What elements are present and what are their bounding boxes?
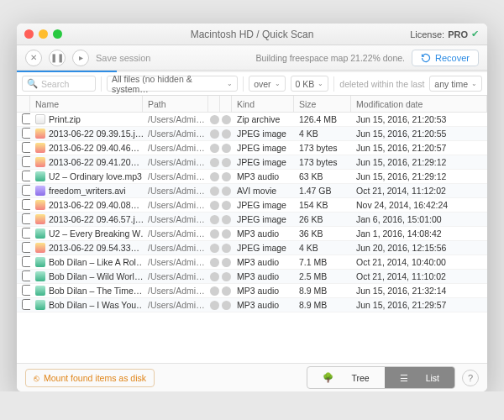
file-path: /Users/Admin/P…: [143, 214, 208, 224]
titlebar: Macintosh HD / Quick Scan License: PRO ✔: [17, 24, 487, 45]
check-icon: ✔: [471, 29, 479, 39]
col-path[interactable]: Path: [143, 96, 208, 112]
footer: ⎋ Mount found items as disk 🌳 Tree ☰ Lis…: [17, 363, 487, 391]
row-checkbox[interactable]: [22, 113, 30, 124]
status-badge-icon: [222, 215, 231, 224]
file-path: /Users/Admin/M…: [143, 300, 208, 310]
row-checkbox[interactable]: [22, 156, 30, 167]
file-icon: [35, 200, 45, 210]
table-body[interactable]: Print.zip/Users/Admin/D…Zip archive126.4…: [17, 113, 487, 312]
status-badge-icon: [222, 229, 231, 239]
file-path: /Users/Admin/M…: [143, 257, 208, 267]
over-select[interactable]: over⌄: [249, 76, 285, 92]
table-row[interactable]: freedom_writers.avi/Users/Admin/…AVI mov…: [17, 184, 487, 198]
maximize-icon[interactable]: [53, 29, 62, 39]
chevron-down-icon: ⌄: [318, 80, 323, 87]
status-badge-icon: [210, 144, 219, 153]
status-badge-icon: [210, 172, 219, 181]
file-size: 1.47 GB: [294, 186, 351, 196]
file-path: /Users/Admin/D…: [143, 114, 208, 124]
file-name: Print.zip: [49, 114, 81, 124]
file-mod-date: Jun 15, 2016, 21:29:57: [351, 300, 487, 310]
row-checkbox[interactable]: [22, 199, 30, 210]
col-badge2[interactable]: [220, 96, 232, 112]
col-name[interactable]: Name: [30, 96, 143, 112]
license-badge[interactable]: License: PRO ✔: [410, 29, 479, 39]
row-checkbox[interactable]: [22, 299, 30, 310]
col-mod[interactable]: Modification date: [351, 96, 487, 112]
save-session-button[interactable]: ▸: [72, 50, 89, 66]
table-row[interactable]: 2013-06-22 09.39.15.j…/Users/Admin/P…JPE…: [17, 127, 487, 141]
row-checkbox[interactable]: [22, 285, 30, 296]
close-icon[interactable]: [24, 29, 34, 39]
file-mod-date: Oct 21, 2014, 10:40:00: [351, 257, 487, 267]
table-row[interactable]: 2013-06-22 09.46.57.j…/Users/Admin/P…JPE…: [17, 213, 487, 227]
time-range-select[interactable]: any time⌄: [429, 76, 482, 92]
row-checkbox[interactable]: [22, 242, 30, 253]
search-input[interactable]: 🔍 Search: [22, 76, 96, 92]
table-row[interactable]: Bob Dilan – Wild Worl…/Users/Admin/M…MP3…: [17, 270, 487, 284]
recover-button[interactable]: Recover: [412, 50, 479, 66]
list-view-button[interactable]: ☰ List: [385, 367, 454, 388]
file-name: freedom_writers.avi: [49, 186, 126, 196]
file-size: 173 bytes: [294, 143, 351, 153]
file-kind: MP3 audio: [232, 271, 294, 281]
help-button[interactable]: ?: [462, 370, 479, 386]
recover-icon: [421, 53, 431, 63]
scan-status: Building freespace map 21.22% done.: [256, 53, 405, 63]
table-row[interactable]: 2013-06-22 09.40.08…/Users/Admin/P…JPEG …: [17, 198, 487, 213]
file-path: /Users/Admin/P…: [143, 243, 208, 253]
col-kind[interactable]: Kind: [232, 96, 294, 112]
row-checkbox[interactable]: [22, 213, 30, 224]
file-size: 154 KB: [294, 200, 351, 210]
file-icon: [35, 143, 45, 153]
file-path: /Users/Admin/P…: [143, 143, 208, 153]
table-row[interactable]: 2013-06-22 09.41.20…/Users/Admin/P…JPEG …: [17, 155, 487, 170]
col-size[interactable]: Size: [294, 96, 351, 112]
file-size: 36 KB: [294, 228, 351, 239]
list-icon: ☰: [392, 370, 416, 386]
file-icon: [35, 171, 45, 181]
row-checkbox[interactable]: [22, 228, 30, 239]
status-badge-icon: [222, 129, 231, 139]
search-placeholder: Search: [41, 79, 69, 89]
tree-view-button[interactable]: 🌳 Tree: [307, 367, 384, 388]
stop-button[interactable]: ✕: [25, 50, 42, 66]
file-mod-date: Jan 6, 2016, 15:01:00: [351, 214, 487, 224]
status-badge-icon: [222, 301, 231, 310]
file-icon: [35, 214, 45, 224]
file-icon: [35, 286, 45, 296]
row-checkbox[interactable]: [22, 270, 30, 281]
file-kind: MP3 audio: [232, 171, 294, 181]
table-row[interactable]: Print.zip/Users/Admin/D…Zip archive126.4…: [17, 113, 487, 127]
col-badge1[interactable]: [208, 96, 220, 112]
row-checkbox[interactable]: [22, 171, 30, 181]
minimize-icon[interactable]: [39, 29, 48, 39]
recover-label: Recover: [435, 53, 470, 63]
col-checkbox[interactable]: [17, 96, 30, 112]
table-row[interactable]: 2013-06-22 09.40.46…/Users/Admin/P…JPEG …: [17, 141, 487, 155]
table-header: Name Path Kind Size Modification date: [17, 96, 487, 113]
table-row[interactable]: Bob Dilan – I Was You…/Users/Admin/M…MP3…: [17, 298, 487, 312]
files-filter-select[interactable]: All files (no hidden & system…⌄: [107, 76, 238, 92]
file-icon: [35, 243, 45, 253]
file-name: 2013-06-22 09.39.15.j…: [49, 129, 143, 139]
file-mod-date: Oct 21, 2014, 11:10:02: [351, 271, 487, 281]
row-checkbox[interactable]: [22, 256, 30, 267]
row-checkbox[interactable]: [22, 185, 30, 196]
row-checkbox[interactable]: [22, 128, 30, 139]
table-row[interactable]: U2 – Every Breaking W…/Users/Admin/M…MP3…: [17, 227, 487, 241]
file-size: 173 bytes: [294, 157, 351, 167]
table-row[interactable]: U2 – Ordinary love.mp3/Users/Admin/M…MP3…: [17, 170, 487, 184]
file-kind: Zip archive: [232, 114, 294, 124]
file-path: /Users/Admin/M…: [143, 271, 208, 281]
pause-button[interactable]: ❚❚: [49, 50, 66, 66]
table-row[interactable]: Bob Dilan – The Time…/Users/Admin/M…MP3 …: [17, 284, 487, 298]
table-row[interactable]: 2013-06-22 09.54.33…/Users/Admin/P…JPEG …: [17, 241, 487, 255]
disk-icon: ⎋: [34, 373, 39, 383]
table-row[interactable]: Bob Dilan – Like A Rol…/Users/Admin/M…MP…: [17, 255, 487, 270]
file-mod-date: Jun 15, 2016, 21:32:14: [351, 286, 487, 296]
mount-disk-button[interactable]: ⎋ Mount found items as disk: [25, 369, 155, 387]
row-checkbox[interactable]: [22, 142, 30, 153]
size-min-select[interactable]: 0 KB⌄: [291, 76, 329, 92]
